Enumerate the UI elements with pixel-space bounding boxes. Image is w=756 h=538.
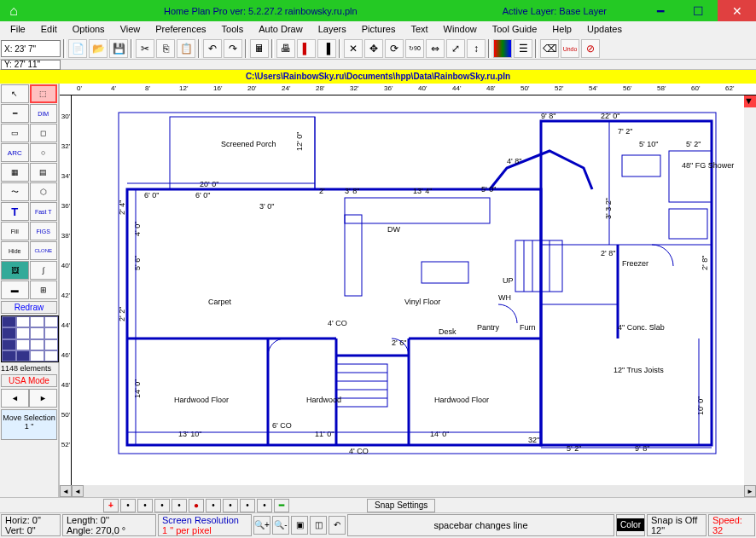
scrollbar-horizontal[interactable]: ◄ ◄ ►: [60, 485, 756, 497]
svg-rect-2: [541, 121, 712, 445]
rotate-icon[interactable]: ⟳: [385, 39, 404, 58]
snap-1[interactable]: •: [120, 499, 136, 512]
zoom-out-icon[interactable]: 🔍-: [272, 516, 289, 535]
mode-button[interactable]: USA Mode: [1, 374, 57, 387]
clear-icon[interactable]: ⌫: [540, 39, 559, 58]
mirror-icon[interactable]: ⇔: [426, 39, 445, 58]
menu-pictures[interactable]: Pictures: [354, 21, 404, 38]
rot90-icon[interactable]: ↻90: [405, 39, 424, 58]
snap-4[interactable]: •: [172, 499, 187, 512]
wall2-tool[interactable]: ▤: [30, 163, 58, 182]
back-icon[interactable]: ↶: [329, 516, 346, 535]
menu-view[interactable]: View: [113, 21, 148, 38]
zoom-in-icon[interactable]: 🔍+: [253, 516, 270, 535]
image-tool[interactable]: 🖼: [1, 261, 29, 280]
arc-tool[interactable]: ARC: [1, 143, 29, 162]
print-icon[interactable]: 🖶: [276, 39, 295, 58]
menu-text[interactable]: Text: [403, 21, 435, 38]
svg-text:2' 8": 2' 8": [701, 256, 709, 270]
fasttext-tool[interactable]: Fast T: [30, 202, 58, 221]
snap-3[interactable]: •: [154, 499, 170, 512]
rect2-tool[interactable]: ◻: [30, 124, 58, 142]
marker-top[interactable]: ▼: [744, 95, 756, 107]
menu-edit[interactable]: Edit: [33, 21, 65, 38]
hide-tool[interactable]: Hide: [1, 241, 29, 260]
menu-options[interactable]: Options: [65, 21, 113, 38]
region-icon[interactable]: ◫: [310, 516, 327, 535]
menu-preferences[interactable]: Preferences: [148, 21, 213, 38]
save-icon[interactable]: 💾: [109, 39, 128, 58]
curve-tool[interactable]: 〜: [1, 182, 29, 201]
snap-5[interactable]: ●: [189, 499, 204, 512]
snap-2[interactable]: •: [137, 499, 153, 512]
status-snap[interactable]: Snap is Off 12": [651, 515, 702, 535]
color-palette[interactable]: [1, 315, 59, 362]
erase-icon[interactable]: ✕: [344, 39, 363, 58]
rect-tool[interactable]: ▭: [1, 124, 29, 142]
undo-icon[interactable]: ↶: [203, 39, 222, 58]
calc-icon[interactable]: 🖩: [250, 39, 269, 58]
nav-left[interactable]: ◄: [1, 389, 29, 408]
scale-icon[interactable]: ⤢: [446, 39, 465, 58]
layers-icon[interactable]: ☰: [514, 39, 532, 58]
align-icon[interactable]: ↕: [467, 39, 486, 58]
scrollbar-vertical[interactable]: ▼: [744, 95, 756, 485]
open-icon[interactable]: 📂: [89, 39, 108, 58]
undo2-icon[interactable]: Undo: [561, 39, 579, 58]
fit-icon[interactable]: ▣: [291, 516, 308, 535]
svg-text:12' 0": 12' 0": [295, 132, 304, 151]
cut-icon[interactable]: ✂: [136, 39, 154, 58]
other2-tool[interactable]: ⊞: [30, 281, 58, 299]
text-tool[interactable]: T: [1, 202, 29, 221]
menu-layers[interactable]: Layers: [311, 21, 354, 38]
snap-9[interactable]: •: [257, 499, 272, 512]
arrow-tool[interactable]: ↖: [1, 84, 29, 103]
figs-tool[interactable]: FIGS: [30, 222, 58, 240]
spline-tool[interactable]: ∫: [30, 261, 58, 280]
minimize-button[interactable]: ━: [641, 0, 679, 21]
snap-plus[interactable]: +: [103, 499, 119, 512]
snap-settings-button[interactable]: Snap Settings: [367, 499, 435, 512]
menu-window[interactable]: Window: [436, 21, 485, 38]
menu-file[interactable]: File: [3, 21, 33, 38]
door-icon[interactable]: ▌: [297, 39, 316, 58]
wall-tool[interactable]: ▦: [1, 163, 29, 182]
colors-icon[interactable]: [493, 39, 512, 58]
move-selection-button[interactable]: Move Selection 1 ": [1, 409, 57, 440]
snap-minus[interactable]: ━: [274, 499, 289, 512]
other-tool[interactable]: ▬: [1, 281, 29, 299]
move-icon[interactable]: ✥: [364, 39, 383, 58]
select-tool[interactable]: ⬚: [30, 84, 58, 103]
color-button[interactable]: Color: [617, 518, 644, 531]
circle-tool[interactable]: ○: [30, 143, 58, 162]
status-hint: spacebar changes line: [434, 520, 528, 530]
snap-6[interactable]: •: [206, 499, 221, 512]
line-tool[interactable]: ━: [1, 104, 29, 123]
menu-help[interactable]: Help: [544, 21, 579, 38]
menu-updates[interactable]: Updates: [579, 21, 630, 38]
scroll-left[interactable]: ◄: [60, 485, 72, 497]
dim-tool[interactable]: DIM: [30, 104, 58, 123]
redo-icon[interactable]: ↷: [224, 39, 242, 58]
scroll-right[interactable]: ►: [744, 485, 756, 497]
copy-icon[interactable]: ⎘: [156, 39, 175, 58]
svg-text:5' 2": 5' 2": [567, 444, 581, 453]
snap-7[interactable]: •: [223, 499, 238, 512]
redraw-button[interactable]: Redraw: [1, 301, 57, 314]
fill-tool[interactable]: Fill: [1, 222, 29, 240]
scroll-left2[interactable]: ◄: [72, 485, 84, 497]
poly-tool[interactable]: ⬡: [30, 182, 58, 201]
new-icon[interactable]: 📄: [68, 39, 87, 58]
nav-right[interactable]: ►: [29, 389, 57, 408]
menu-autodraw[interactable]: Auto Draw: [251, 21, 310, 38]
close-button[interactable]: ✕: [718, 0, 756, 21]
menu-tools[interactable]: Tools: [214, 21, 252, 38]
menu-toolguide[interactable]: Tool Guide: [485, 21, 545, 38]
window-tool-icon[interactable]: ▐: [317, 39, 336, 58]
snap-8[interactable]: •: [240, 499, 255, 512]
maximize-button[interactable]: ☐: [679, 0, 718, 21]
drawing-canvas[interactable]: Screened Porch: [72, 95, 744, 485]
clone-tool[interactable]: CLONE: [30, 241, 58, 260]
paste-icon[interactable]: 📋: [177, 39, 195, 58]
stop-icon[interactable]: ⊘: [581, 39, 600, 58]
